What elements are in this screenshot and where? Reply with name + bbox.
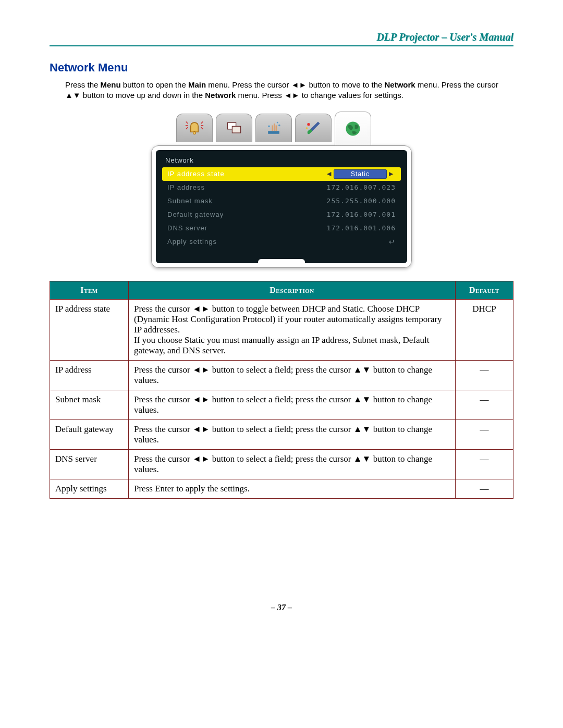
tab-color bbox=[295, 114, 332, 142]
osd-row-apply: Apply settings ↵ bbox=[162, 235, 401, 249]
osd-tabs bbox=[151, 112, 412, 145]
osd-row-label: Subnet mask bbox=[167, 197, 327, 205]
table-row: Apply settings Press Enter to apply the … bbox=[50, 479, 513, 498]
intro-text: button to open the bbox=[121, 80, 188, 89]
cell-desc: Press the cursor ◄► button to select a f… bbox=[129, 449, 456, 479]
cell-default: DHCP bbox=[456, 299, 513, 360]
bell-icon bbox=[185, 119, 204, 138]
intro-paragraph: Press the Menu button to open the Main m… bbox=[65, 80, 513, 101]
th-item: Item bbox=[50, 281, 129, 299]
intro-bold: Network bbox=[205, 91, 236, 100]
table-row: Subnet mask Press the cursor ◄► button t… bbox=[50, 390, 513, 419]
tab-display bbox=[216, 114, 252, 142]
table-row: IP address state Press the cursor ◄► but… bbox=[50, 299, 513, 360]
tab-network bbox=[335, 112, 371, 145]
osd-panel-title: Network bbox=[162, 154, 401, 167]
left-arrow-icon: ◀ bbox=[325, 170, 334, 177]
osd-row-label: IP address state bbox=[167, 170, 325, 178]
cell-default: — bbox=[456, 390, 513, 419]
osd-row-dns: DNS server 172.016.001.006 bbox=[162, 221, 401, 235]
cell-desc: Press the cursor ◄► button to select a f… bbox=[129, 419, 456, 449]
osd-row-label: IP address bbox=[167, 183, 327, 191]
svg-point-6 bbox=[277, 121, 278, 123]
cell-item: Subnet mask bbox=[50, 390, 129, 419]
table-row: DNS server Press the cursor ◄► button to… bbox=[50, 449, 513, 479]
osd-row-label: Default gateway bbox=[167, 211, 327, 218]
osd-row-label: Apply settings bbox=[167, 238, 389, 245]
svg-point-8 bbox=[306, 127, 308, 129]
osd-notch bbox=[258, 259, 305, 267]
cell-default: — bbox=[456, 449, 513, 479]
tab-audio bbox=[176, 114, 213, 142]
globe-icon bbox=[344, 119, 362, 138]
cell-item: Apply settings bbox=[50, 479, 129, 498]
osd-row-value: 255.255.000.000 bbox=[327, 197, 396, 205]
tab-settings bbox=[255, 114, 292, 142]
settings-table: Item Description Default IP address stat… bbox=[50, 281, 513, 499]
osd-row-value: 172.016.001.006 bbox=[327, 224, 396, 232]
osd-row-value: 172.016.007.023 bbox=[327, 183, 396, 191]
cell-item: DNS server bbox=[50, 449, 129, 479]
doc-title: DLP Projector – User's Manual bbox=[50, 31, 513, 43]
hand-splash-icon bbox=[264, 119, 283, 138]
cell-desc: Press Enter to apply the settings. bbox=[129, 479, 456, 498]
screens-icon bbox=[225, 119, 243, 138]
cell-item: IP address bbox=[50, 360, 129, 390]
intro-text: menu. Press ◄► to change values for sett… bbox=[236, 91, 403, 100]
svg-point-0 bbox=[193, 131, 195, 134]
cell-default: — bbox=[456, 419, 513, 449]
cell-item: Default gateway bbox=[50, 419, 129, 449]
cell-default: — bbox=[456, 360, 513, 390]
svg-rect-2 bbox=[232, 126, 240, 133]
intro-bold: Menu bbox=[101, 80, 121, 89]
table-row: Default gateway Press the cursor ◄► butt… bbox=[50, 419, 513, 449]
osd-row-value: 172.016.007.001 bbox=[327, 211, 396, 218]
enter-icon: ↵ bbox=[389, 238, 396, 246]
intro-bold: Main bbox=[188, 80, 206, 89]
svg-rect-3 bbox=[268, 131, 279, 133]
osd-screenshot: Network IP address state ◀ Static ▶ IP a… bbox=[151, 112, 412, 268]
osd-row-ip-state: IP address state ◀ Static ▶ bbox=[162, 167, 401, 181]
brush-icon bbox=[304, 119, 323, 138]
page-number: – 37 – bbox=[50, 603, 513, 612]
osd-row-ip-address: IP address 172.016.007.023 bbox=[162, 181, 401, 194]
table-row: IP address Press the cursor ◄► button to… bbox=[50, 360, 513, 390]
header-rule bbox=[50, 45, 513, 46]
osd-panel: Network IP address state ◀ Static ▶ IP a… bbox=[151, 145, 412, 268]
cell-item: IP address state bbox=[50, 299, 129, 360]
th-default: Default bbox=[456, 281, 513, 299]
intro-bold: Network bbox=[385, 80, 415, 89]
svg-point-4 bbox=[268, 125, 270, 127]
cell-desc: Press the cursor ◄► button to select a f… bbox=[129, 360, 456, 390]
cell-desc: Press the cursor ◄► button to toggle bet… bbox=[129, 299, 456, 360]
cell-default: — bbox=[456, 479, 513, 498]
osd-row-label: DNS server bbox=[167, 224, 327, 232]
svg-point-7 bbox=[307, 123, 310, 126]
intro-text: Press the bbox=[65, 80, 101, 89]
cell-desc: Press the cursor ◄► button to select a f… bbox=[129, 390, 456, 419]
osd-row-value: Static bbox=[334, 169, 387, 179]
intro-text: menu. Press the cursor ◄► button to move… bbox=[206, 80, 384, 89]
th-desc: Description bbox=[129, 281, 456, 299]
osd-row-gateway: Default gateway 172.016.007.001 bbox=[162, 208, 401, 221]
svg-point-5 bbox=[278, 124, 280, 126]
section-heading: Network Menu bbox=[50, 61, 513, 75]
osd-row-subnet: Subnet mask 255.255.000.000 bbox=[162, 194, 401, 208]
right-arrow-icon: ▶ bbox=[387, 170, 396, 177]
